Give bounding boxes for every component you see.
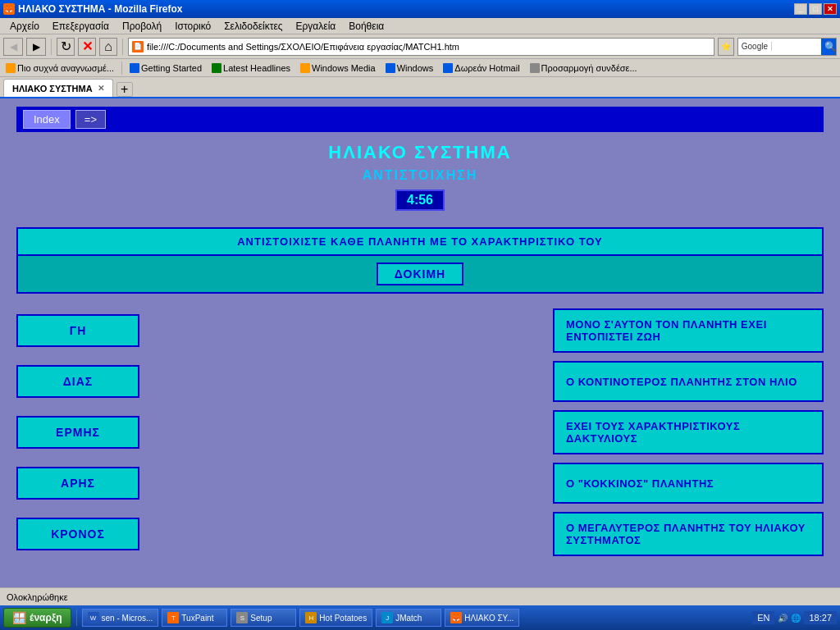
home-button[interactable]: ⌂ xyxy=(99,38,117,56)
bookmark-icon-frequent xyxy=(6,63,16,73)
clock: 18:27 xyxy=(804,611,837,624)
index-button[interactable]: Index xyxy=(23,110,71,129)
description-box-4[interactable]: Ο ΜΕΓΑΛΥΤΕΡΟΣ ΠΛΑΝΗΤΗΣ ΤΟΥ ΗΛΙΑΚΟΥ ΣΥΣΤΗ… xyxy=(553,512,824,556)
bookmark-customize[interactable]: Προσαρμογή συνδέσε... xyxy=(527,63,640,73)
maximize-button[interactable]: □ xyxy=(809,3,822,15)
instruction-area: ΑΝΤΙΣΤΟΙΧΙΣΤΕ ΚΑΘΕ ΠΛΑΝΗΤΗ ΜΕ ΤΟ ΧΑΡΑΚΤΗ… xyxy=(16,227,824,256)
taskbar-item-5[interactable]: 🦊 ΗΛΙΑΚΟ ΣΥ... xyxy=(445,609,519,627)
taskbar-icon-1: T xyxy=(167,612,179,623)
status-bar: Ολοκληρώθηκε xyxy=(0,587,840,605)
menu-help[interactable]: Βοήθεια xyxy=(342,21,390,32)
menu-bar: Αρχείο Επεξεργασία Προβολή Ιστορικό Σελι… xyxy=(0,18,840,34)
start-icon: 🪟 xyxy=(12,611,26,624)
taskbar-icon-4: J xyxy=(381,612,393,623)
bookmark-icon-latest-headlines xyxy=(212,63,221,73)
taskbar-item-3[interactable]: H Hot Potatoes xyxy=(299,609,372,627)
status-text: Ολοκληρώθηκε xyxy=(7,592,68,602)
description-box-0[interactable]: ΜΟΝΟ Σ'ΑΥΤΟΝ ΤΟΝ ΠΛΑΝΗΤΗ ΕΧΕΙ ΕΝΤΟΠΙΣΤΕΙ… xyxy=(553,308,824,353)
language-indicator: EN xyxy=(752,611,774,624)
nav-bar: ◀ ▶ ↻ ✕ ⌂ 📄 file:///C:/Documents and Set… xyxy=(0,34,840,59)
star-icon[interactable]: ⭐ xyxy=(718,38,734,56)
dokimi-button[interactable]: ΔΟΚΙΜΗ xyxy=(377,262,463,285)
instruction-text: ΑΝΤΙΣΤΟΙΧΙΣΤΕ ΚΑΘΕ ΠΛΑΝΗΤΗ ΜΕ ΤΟ ΧΑΡΑΚΤΗ… xyxy=(28,235,812,248)
main-content: Index => ΗΛΙΑΚΟ ΣΥΣΤΗΜΑ ΑΝΤΙΣΤΟΙΧΗΣΗ 4:5… xyxy=(0,98,840,587)
search-brand: Google xyxy=(738,42,772,51)
page-main-title: ΗΛΙΑΚΟ ΣΥΣΤΗΜΑ xyxy=(16,142,824,163)
bookmark-icon-customize xyxy=(530,63,540,73)
stop-button[interactable]: ✕ xyxy=(78,38,96,56)
bookmark-getting-started[interactable]: Getting Started xyxy=(127,63,204,73)
planet-button-2[interactable]: ΕΡΜΗΣ xyxy=(16,416,139,449)
page-title-section: ΗΛΙΑΚΟ ΣΥΣΤΗΜΑ ΑΝΤΙΣΤΟΙΧΗΣΗ 4:56 xyxy=(16,142,824,219)
taskbar-item-4[interactable]: J JMatch xyxy=(376,609,441,627)
taskbar-icon-2: S xyxy=(236,612,248,623)
bookmark-windows-media[interactable]: Windows Media xyxy=(298,63,378,73)
taskbar-icon-0: W xyxy=(88,612,99,623)
menu-history[interactable]: Ιστορικό xyxy=(168,21,217,32)
bookmark-icon-windows-media xyxy=(300,63,310,73)
description-box-2[interactable]: ΕΧΕΙ ΤΟΥΣ ΧΑΡΑΚΤΗΡΙΣΤΙΚΟΥΣ ΔΑΚΤΥΛΙΟΥΣ xyxy=(553,410,824,454)
match-container: ΓΗ ΜΟΝΟ Σ'ΑΥΤΟΝ ΤΟΝ ΠΛΑΝΗΤΗ ΕΧΕΙ ΕΝΤΟΠΙΣ… xyxy=(16,308,824,556)
taskbar-item-1[interactable]: T TuxPaint xyxy=(162,609,227,627)
page-icon: 📄 xyxy=(132,41,144,52)
tab-active[interactable]: ΗΛΙΑΚΟ ΣΥΣΤΗΜΑ ✕ xyxy=(3,79,113,97)
match-row-1: ΔΙΑΣ Ο ΚΟΝΤΙΝΟΤΕΡΟΣ ΠΛΑΝΗΤΗΣ ΣΤΟΝ ΗΛΙΟ xyxy=(16,361,824,402)
match-row-0: ΓΗ ΜΟΝΟ Σ'ΑΥΤΟΝ ΤΟΝ ΠΛΑΝΗΤΗ ΕΧΕΙ ΕΝΤΟΠΙΣ… xyxy=(16,308,824,353)
app-icon: 🦊 xyxy=(3,3,15,15)
tab-close-button[interactable]: ✕ xyxy=(98,84,104,93)
match-row-2: ΕΡΜΗΣ ΕΧΕΙ ΤΟΥΣ ΧΑΡΑΚΤΗΡΙΣΤΙΚΟΥΣ ΔΑΚΤΥΛΙ… xyxy=(16,410,824,454)
description-box-1[interactable]: Ο ΚΟΝΤΙΝΟΤΕΡΟΣ ΠΛΑΝΗΤΗΣ ΣΤΟΝ ΗΛΙΟ xyxy=(553,361,824,402)
menu-tools[interactable]: Εργαλεία xyxy=(290,21,343,32)
tabs-bar: ΗΛΙΑΚΟ ΣΥΣΤΗΜΑ ✕ + xyxy=(0,77,840,98)
planet-button-4[interactable]: ΚΡΟΝΟΣ xyxy=(16,518,139,550)
refresh-button[interactable]: ↻ xyxy=(57,38,75,56)
close-button[interactable]: ✕ xyxy=(824,3,837,15)
bookmark-frequent[interactable]: Πιο συχνά αναγνωσμέ... xyxy=(3,63,116,73)
forward-button[interactable]: ▶ xyxy=(26,38,46,56)
title-bar: 🦊 ΗΛΙΑΚΟ ΣΥΣΤΗΜΑ - Mozilla Firefox _ □ ✕ xyxy=(0,0,840,18)
back-button[interactable]: ◀ xyxy=(3,38,23,56)
taskbar-icon-3: H xyxy=(305,612,317,623)
menu-edit[interactable]: Επεξεργασία xyxy=(46,21,116,32)
new-tab-button[interactable]: + xyxy=(116,82,133,97)
planet-button-0[interactable]: ΓΗ xyxy=(16,314,139,347)
bookmark-latest-headlines[interactable]: Latest Headlines xyxy=(209,63,293,73)
bookmark-hotmail[interactable]: Δωρεάν Hotmail xyxy=(441,63,522,73)
window-title: ΗΛΙΑΚΟ ΣΥΣΤΗΜΑ - Mozilla Firefox xyxy=(18,3,183,15)
description-box-3[interactable]: Ο "ΚΟΚΚΙΝΟΣ" ΠΛΑΝΗΤΗΣ xyxy=(553,463,824,504)
taskbar-right: EN 🔊 🌐 18:27 xyxy=(752,611,837,624)
page-subtitle: ΑΝΤΙΣΤΟΙΧΗΣΗ xyxy=(16,168,824,183)
tab-title: ΗΛΙΑΚΟ ΣΥΣΤΗΜΑ xyxy=(12,84,93,94)
start-label: έναρξη xyxy=(30,612,62,623)
taskbar-item-0[interactable]: W sen - Micros... xyxy=(82,609,159,627)
bookmark-windows[interactable]: Windows xyxy=(383,63,436,73)
taskbar: 🪟 έναρξη W sen - Micros... T TuxPaint S … xyxy=(0,605,840,630)
bookmark-icon-windows xyxy=(386,63,395,73)
timer-display: 4:56 xyxy=(395,189,445,211)
arrow-button[interactable]: => xyxy=(75,110,106,129)
taskbar-icon-5: 🦊 xyxy=(450,612,462,623)
bookmark-icon-getting-started xyxy=(130,63,139,73)
address-bar[interactable]: 📄 file:///C:/Documents and Settings/ΣΧΟΛ… xyxy=(128,38,714,56)
taskbar-item-2[interactable]: S Setup xyxy=(231,609,296,627)
menu-file[interactable]: Αρχείο xyxy=(3,21,46,32)
page-nav: Index => xyxy=(16,107,824,132)
menu-bookmarks[interactable]: Σελιδοδείκτες xyxy=(217,21,289,32)
bookmarks-bar: Πιο συχνά αναγνωσμέ... Getting Started L… xyxy=(0,59,840,77)
address-text: file:///C:/Documents and Settings/ΣΧΟΛΕΙ… xyxy=(147,42,710,52)
minimize-button[interactable]: _ xyxy=(794,3,807,15)
search-input[interactable] xyxy=(772,39,821,55)
bookmark-icon-hotmail xyxy=(443,63,453,73)
menu-view[interactable]: Προβολή xyxy=(116,21,168,32)
match-row-4: ΚΡΟΝΟΣ Ο ΜΕΓΑΛΥΤΕΡΟΣ ΠΛΑΝΗΤΗΣ ΤΟΥ ΗΛΙΑΚΟ… xyxy=(16,512,824,556)
start-button[interactable]: 🪟 έναρξη xyxy=(3,608,71,628)
search-go-button[interactable]: 🔍 xyxy=(821,39,836,55)
dokimi-area: ΔΟΚΙΜΗ xyxy=(16,256,824,294)
match-row-3: ΑΡΗΣ Ο "ΚΟΚΚΙΝΟΣ" ΠΛΑΝΗΤΗΣ xyxy=(16,463,824,504)
planet-button-1[interactable]: ΔΙΑΣ xyxy=(16,365,139,398)
planet-button-3[interactable]: ΑΡΗΣ xyxy=(16,467,139,500)
search-box[interactable]: Google 🔍 xyxy=(737,38,837,56)
